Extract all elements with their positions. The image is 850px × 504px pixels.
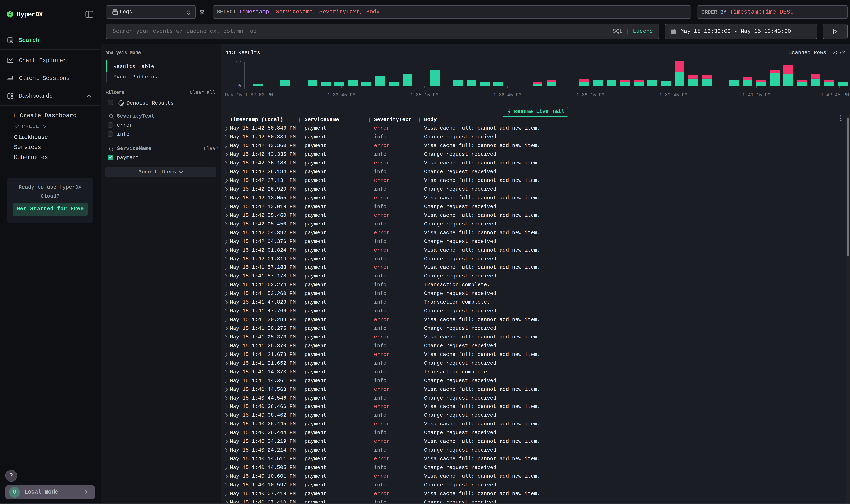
svg-text:12: 12 <box>235 60 241 66</box>
svg-text:0: 0 <box>238 84 241 89</box>
